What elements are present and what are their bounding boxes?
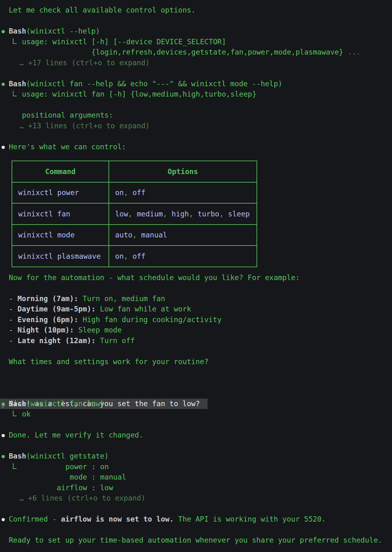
option-value: turbo	[198, 210, 219, 218]
option-separator: ,	[219, 210, 228, 218]
schedule-item: - Night (10pm): Sleep mode	[0, 325, 392, 336]
assistant-intro-text: Let me check all available control optio…	[0, 5, 392, 16]
bash-4-truncation-notice[interactable]: … +6 lines (ctrl+o to expand)	[0, 493, 392, 504]
command-cell: winixctl fan	[12, 203, 109, 225]
tool-command: (winixctl getstate)	[26, 452, 109, 460]
list-dash: -	[9, 295, 18, 303]
option-value: medium	[137, 210, 163, 218]
option-separator: ,	[124, 188, 133, 197]
control-heading: Here's what we can control:	[9, 143, 126, 151]
command-cell: winixctl plasmawave	[12, 246, 109, 267]
option-separator: ,	[128, 210, 137, 218]
output-indent	[22, 48, 92, 56]
spacer	[0, 504, 392, 514]
spacer	[0, 131, 392, 142]
spacer	[0, 367, 392, 378]
spacer	[0, 346, 392, 357]
tool-bullet-icon: ●	[2, 399, 5, 409]
tool-command: (winixctl fan --help && echo "---" && wi…	[26, 80, 282, 88]
schedule-desc: Low fan while at work	[96, 305, 191, 313]
option-separator: ,	[189, 210, 198, 218]
option-value: off	[132, 188, 146, 197]
user-message-row: Nice! as a test, can you set the fan to …	[0, 378, 392, 388]
assistant-bullet-icon: ●	[2, 514, 5, 525]
bash-call-4: ●Bash(winixctl getstate)	[0, 451, 392, 462]
column-header-options: Options	[109, 161, 257, 182]
option-value: low	[115, 210, 128, 218]
routine-question-text: What times and settings work for your ro…	[9, 358, 209, 366]
bash-1-output-line: usage: winixctl [-h] [--device DEVICE_SE…	[0, 37, 392, 47]
schedule-label: Daytime (9am-5pm):	[18, 305, 96, 313]
schedule-desc: Turn off	[96, 337, 135, 345]
spacer	[0, 16, 392, 26]
tool-bullet-icon: ●	[2, 79, 5, 89]
bash-4-output-line: mode : manual	[0, 472, 392, 483]
spacer	[0, 388, 392, 399]
bash-3-output-line: ok	[0, 409, 392, 420]
routine-question: What times and settings work for your ro…	[0, 357, 392, 367]
tool-command: (winixctl --help)	[26, 27, 100, 35]
done-text: Done. Let me verify it changed.	[9, 431, 143, 439]
output-corner-icon	[13, 463, 17, 469]
output-text: positional arguments:	[22, 111, 113, 119]
spacer	[0, 420, 392, 430]
option-value: high	[172, 210, 189, 218]
options-cell: low, medium, high, turbo, sleep	[109, 203, 257, 225]
output-text: {login,refresh,devices,getstate,fan,powe…	[92, 48, 343, 56]
spacer	[0, 283, 392, 294]
bash-1-output-line: {login,refresh,devices,getstate,fan,powe…	[0, 47, 392, 58]
bash-4-output-line: airflow : low	[0, 483, 392, 493]
bash-2-truncation-notice[interactable]: … +13 lines (ctrl+o to expand)	[0, 121, 392, 131]
option-separator: ,	[163, 210, 172, 218]
output-corner-icon	[13, 411, 17, 416]
output-corner-icon	[13, 38, 17, 44]
bash-2-output-line: usage: winixctl fan [-h] {low,medium,hig…	[0, 89, 392, 100]
option-separator: ,	[132, 231, 141, 239]
list-dash: -	[9, 337, 18, 345]
schedule-item: - Evening (6pm): High fan during cooking…	[0, 315, 392, 325]
assistant-message: ●Here's what we can control:	[0, 142, 392, 152]
automation-prompt: Now for the automation - what schedule w…	[0, 273, 392, 283]
tool-name: Bash	[9, 452, 26, 460]
option-value: auto	[115, 231, 132, 239]
list-dash: -	[9, 316, 18, 324]
spacer	[0, 441, 392, 451]
confirmed-prefix: Confirmed -	[9, 515, 61, 523]
table-row: winixctl fan low, medium, high, turbo, s…	[12, 203, 257, 225]
bash-2-output-blank-line	[0, 100, 392, 110]
assistant-bullet-icon: ●	[2, 142, 5, 152]
output-text: power : on	[22, 463, 109, 471]
output-text: airflow : low	[22, 484, 113, 492]
confirmed-suffix: The API is working with your 5520.	[174, 515, 326, 523]
table-row: winixctl power on, off	[12, 182, 257, 204]
tool-bullet-icon: ●	[2, 451, 5, 462]
table-row: winixctl mode auto, manual	[12, 225, 257, 246]
tool-bullet-icon: ●	[2, 26, 5, 37]
tool-command: (winixctl fan low)	[26, 400, 104, 408]
column-header-command: Command	[12, 161, 109, 182]
command-cell: winixctl mode	[12, 225, 109, 246]
closing-text: Ready to set up your time-based automati…	[9, 536, 382, 544]
list-dash: -	[9, 305, 18, 313]
output-ellipsis: ...	[343, 48, 361, 56]
output-text: ok	[22, 410, 31, 418]
closing-message: Ready to set up your time-based automati…	[0, 535, 392, 546]
schedule-item: - Daytime (9am-5pm): Low fan while at wo…	[0, 304, 392, 315]
table-header-row: Command Options	[12, 161, 257, 182]
bash-call-1: ●Bash(winixctl --help)	[0, 26, 392, 37]
assistant-message: ●Done. Let me verify it changed.	[0, 430, 392, 441]
schedule-label: Morning (7am):	[18, 295, 78, 303]
automation-prompt-text: Now for the automation - what schedule w…	[9, 273, 300, 282]
output-corner-icon	[13, 91, 17, 96]
output-text: usage: winixctl fan [-h] {low,medium,hig…	[22, 90, 257, 98]
schedule-desc: High fan during cooking/activity	[78, 316, 222, 324]
schedule-label: Late night (12am):	[18, 337, 96, 345]
schedule-item: - Morning (7am): Turn on, medium fan	[0, 294, 392, 304]
option-value: manual	[141, 231, 167, 239]
confirmed-emphasis: airflow is now set to low.	[61, 515, 174, 523]
table-row: winixctl plasmawave on, off	[12, 246, 257, 267]
bash-call-2: ●Bash(winixctl fan --help && echo "---" …	[0, 79, 392, 89]
option-separator: ,	[124, 252, 133, 260]
schedule-item: - Late night (12am): Turn off	[0, 336, 392, 346]
bash-1-truncation-notice[interactable]: … +17 lines (ctrl+o to expand)	[0, 58, 392, 68]
